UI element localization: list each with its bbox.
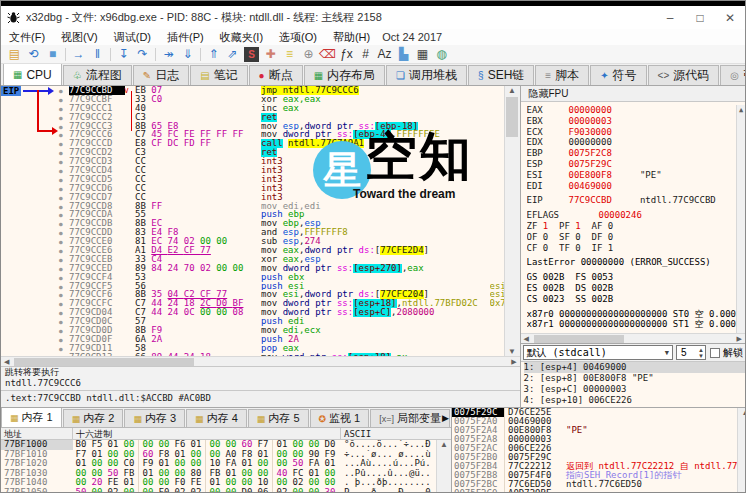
restart-icon[interactable]: ⟲ bbox=[24, 46, 43, 63]
stack-value[interactable]: A0D729BE bbox=[504, 489, 562, 493]
breakpoint-dot[interactable]: ● bbox=[59, 176, 63, 183]
tab-断点[interactable]: ●断点 bbox=[249, 65, 303, 85]
breakpoint-dot[interactable]: ● bbox=[59, 131, 63, 138]
tab-SEH链[interactable]: §SEH链 bbox=[468, 65, 534, 85]
register-row[interactable]: ECXF9030000 bbox=[527, 127, 736, 138]
menu-item-插件(P)[interactable]: 插件(P) bbox=[159, 30, 212, 45]
breakpoint-dot[interactable]: ● bbox=[59, 300, 63, 307]
open-file-icon[interactable]: ▤ bbox=[5, 46, 24, 63]
step-into-icon[interactable]: ↧ bbox=[114, 46, 133, 63]
disassembly-panel[interactable]: EIP v ●77C9CCBDEB 07 jmp ntdll.77C9CCC6●… bbox=[1, 86, 521, 407]
register-value[interactable]: 0075F2C8 bbox=[569, 148, 612, 159]
step-out-icon[interactable]: ⇓ bbox=[178, 46, 197, 63]
tab-调用堆栈[interactable]: ❏调用堆栈 bbox=[386, 65, 467, 85]
tab-笔记[interactable]: ▤笔记 bbox=[190, 65, 247, 85]
call-argument-row[interactable]: 1: [esp+4] 00469000 bbox=[524, 362, 745, 373]
tab-内存布局[interactable]: ▦内存布局 bbox=[304, 65, 385, 85]
registers-vertical-scrollbar[interactable]: ▲ bbox=[736, 105, 745, 333]
tab-内存 4[interactable]: ▦内存 4 bbox=[186, 409, 247, 427]
tab-内存 5[interactable]: ▦内存 5 bbox=[248, 409, 309, 427]
execute-till-return-icon[interactable]: ↠ bbox=[159, 46, 178, 63]
breakpoint-dot[interactable]: ● bbox=[59, 96, 63, 103]
pause-icon[interactable]: ‖ bbox=[88, 46, 107, 63]
instruction-address[interactable]: 77C9CD13 bbox=[69, 353, 125, 356]
register-value[interactable]: 00469000 bbox=[569, 181, 612, 192]
breakpoint-dot[interactable]: ● bbox=[59, 194, 63, 201]
disasm-horizontal-scrollbar[interactable]: ◀▶ bbox=[1, 356, 520, 366]
globe-icon[interactable]: ◍ bbox=[432, 46, 451, 63]
maximize-button[interactable]: □ bbox=[685, 6, 715, 29]
tab-内存 3[interactable]: ▦内存 3 bbox=[124, 409, 185, 427]
tab-局部变量[interactable]: [x=]局部变量 bbox=[370, 409, 450, 427]
breakpoint-dot[interactable]: ● bbox=[59, 149, 63, 156]
hide-fpu-header[interactable]: 隐藏FPU bbox=[521, 86, 745, 102]
menu-item-文件(F)[interactable]: 文件(F) bbox=[1, 30, 53, 45]
disasm-vertical-scrollbar[interactable]: ▲▼ bbox=[504, 86, 520, 356]
run-to-user-code-icon[interactable]: ⇑ bbox=[204, 46, 223, 63]
stack-row[interactable]: 0075F2C0A0D729BE bbox=[452, 489, 737, 493]
breakpoint-dot[interactable]: ● bbox=[59, 229, 63, 236]
checkbox-box[interactable] bbox=[710, 348, 720, 358]
register-row[interactable]: EFLAGS00000246 bbox=[527, 210, 736, 221]
breakpoint-dot[interactable]: ● bbox=[59, 345, 63, 352]
tab-内存 2[interactable]: ▦内存 2 bbox=[63, 409, 124, 427]
close-button[interactable]: ✕ bbox=[715, 6, 745, 29]
tab-overflow-arrow-icon[interactable]: ▶ bbox=[442, 413, 449, 423]
tab-脚本[interactable]: ≡脚本 bbox=[535, 65, 589, 85]
stack-address[interactable]: 0075F2C0 bbox=[452, 489, 504, 493]
register-value[interactable]: 0075F29C bbox=[569, 159, 612, 170]
breakpoint-dot[interactable]: ● bbox=[59, 123, 63, 130]
breakpoint-dot[interactable]: ● bbox=[59, 327, 63, 334]
tab-日志[interactable]: ✎日志 bbox=[133, 65, 189, 85]
tab-监视 1[interactable]: ✪监视 1 bbox=[310, 409, 370, 427]
register-value[interactable]: F9030000 bbox=[569, 127, 612, 138]
breakpoint-dot[interactable]: ● bbox=[59, 238, 63, 245]
highlight-icon[interactable]: ▙ bbox=[394, 46, 413, 63]
register-row[interactable]: EIP77C9CCBDntdll.77C9CCBD bbox=[527, 195, 736, 206]
tab-内存 1[interactable]: ▦内存 1 bbox=[1, 408, 62, 427]
log-s-icon[interactable]: S bbox=[242, 46, 261, 63]
breakpoint-dot[interactable]: ● bbox=[59, 336, 63, 343]
register-row[interactable]: EBP0075F2C8 bbox=[527, 148, 736, 159]
register-value[interactable]: 77C9CCBD bbox=[569, 195, 612, 206]
register-row[interactable]: EDX00000000 bbox=[527, 137, 736, 148]
dump-vertical-scrollbar[interactable]: ▲ bbox=[436, 440, 451, 493]
call-argument-row[interactable]: 4: [esp+10] 006CE226 bbox=[524, 395, 745, 406]
call-argument-row[interactable]: 2: [esp+8] 00E800F8 "PE" bbox=[524, 373, 745, 384]
dump-address[interactable]: 77BF1050 bbox=[1, 488, 73, 493]
register-value[interactable]: 00000003 bbox=[569, 116, 612, 127]
register-value[interactable]: 00000246 bbox=[599, 210, 642, 221]
breakpoint-dot[interactable]: ● bbox=[59, 185, 63, 192]
step-over-icon[interactable]: ↷ bbox=[133, 46, 152, 63]
tab-CPU[interactable]: ▦CPU bbox=[3, 64, 62, 85]
register-value[interactable]: 00000000 bbox=[569, 137, 612, 148]
calling-convention-dropdown[interactable]: 默认 (stdcall)▼ bbox=[523, 345, 673, 360]
hash-icon[interactable]: # bbox=[356, 46, 375, 63]
az-icon[interactable]: Az bbox=[375, 46, 394, 63]
breakpoint-dot[interactable]: ● bbox=[59, 256, 63, 263]
register-row[interactable]: EDI00469000 bbox=[527, 181, 736, 192]
call-arguments-list[interactable]: 1: [esp+4] 004690002: [esp+8] 00E800F8 "… bbox=[521, 361, 745, 407]
stack-vertical-scrollbar[interactable]: ▲ bbox=[737, 408, 746, 493]
stop-icon[interactable]: ■ bbox=[43, 46, 62, 63]
registers-horizontal-scrollbar[interactable]: ◀▶ bbox=[521, 333, 745, 343]
breakpoint-dot[interactable]: ● bbox=[59, 211, 63, 218]
breakpoint-dot[interactable]: ● bbox=[59, 265, 63, 272]
register-value[interactable]: 00000000 bbox=[569, 105, 612, 116]
argument-count-spinner[interactable]: 5 ▲▼ bbox=[676, 345, 706, 360]
breakpoint-dot[interactable]: ● bbox=[59, 291, 63, 298]
breakpoint-dot[interactable]: ● bbox=[59, 318, 63, 325]
breakpoint-dot[interactable]: ● bbox=[59, 354, 63, 356]
call-argument-row[interactable]: 3: [esp+C] 00000003 bbox=[524, 384, 745, 395]
patch-icon[interactable]: ✚ bbox=[261, 46, 280, 63]
register-row[interactable]: EAX00000000 bbox=[527, 105, 736, 116]
menu-item-视图(V)[interactable]: 视图(V) bbox=[53, 30, 106, 45]
attach-icon[interactable]: ⊕ bbox=[299, 46, 318, 63]
breakpoint-dot[interactable]: ● bbox=[59, 274, 63, 281]
breakpoint-dot[interactable]: ● bbox=[59, 167, 63, 174]
tab-流程图[interactable]: ♧流程图 bbox=[63, 65, 132, 85]
register-row[interactable]: ESP0075F29C bbox=[527, 159, 736, 170]
tab-符号[interactable]: ✦符号 bbox=[590, 65, 646, 85]
breakpoint-dot[interactable]: ● bbox=[59, 158, 63, 165]
eraser-icon[interactable]: ⌫ bbox=[318, 46, 337, 63]
